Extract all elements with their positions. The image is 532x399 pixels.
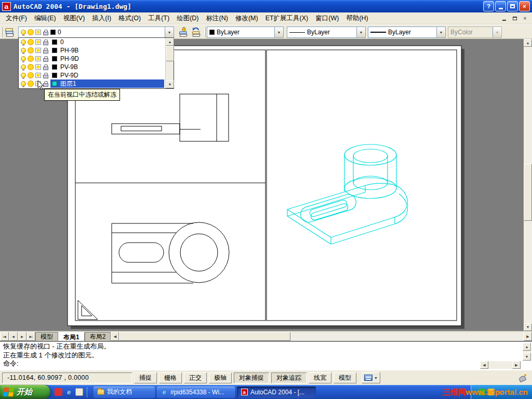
layer-list-item[interactable]: 0: [19, 38, 174, 46]
lock-icon[interactable]: [43, 58, 48, 62]
menu-item-file[interactable]: 文件(F): [2, 12, 31, 24]
quick-launch-icon-1[interactable]: [55, 388, 62, 396]
task-internet-explorer[interactable]: e #pid6354338 - Wi...: [157, 387, 235, 398]
mdi-close-button[interactable]: ×: [521, 15, 529, 22]
make-object-layer-current-button[interactable]: [177, 26, 190, 38]
status-mini-toolbar[interactable]: ▼: [362, 372, 380, 383]
layer-list-item[interactable]: PH-9B: [19, 46, 174, 55]
color-combo-arrow[interactable]: ▼: [274, 27, 283, 37]
layer-list-item[interactable]: PV-9B: [19, 63, 174, 71]
freeze-all-icon[interactable]: [28, 81, 33, 86]
linetype-combo-arrow[interactable]: ▼: [356, 27, 365, 37]
menu-item-modify[interactable]: 修改(M): [232, 12, 262, 24]
layer-combo-arrow[interactable]: ▼: [165, 27, 174, 37]
menu-item-express-tools[interactable]: ET扩展工具(X): [262, 12, 312, 24]
show-desktop-icon[interactable]: [75, 388, 83, 396]
toolbar-grip[interactable]: [204, 27, 206, 37]
lineweight-combo[interactable]: ByLayer ▼: [368, 26, 446, 38]
mdi-minimize-button[interactable]: [500, 15, 509, 22]
freeze-viewport-icon[interactable]: [35, 56, 41, 61]
lineweight-toggle[interactable]: 线宽: [309, 373, 331, 383]
freeze-all-icon[interactable]: [28, 48, 33, 53]
layer-on-icon[interactable]: [21, 73, 26, 78]
scroll-left-button[interactable]: ◀: [480, 361, 488, 369]
lock-icon[interactable]: [43, 75, 48, 78]
lineweight-combo-arrow[interactable]: ▼: [436, 27, 445, 37]
next-tab-button[interactable]: ▶: [18, 332, 26, 341]
internet-explorer-icon[interactable]: e: [65, 388, 73, 396]
freeze-all-icon[interactable]: [28, 39, 33, 45]
menu-item-edit[interactable]: 编辑(E): [31, 12, 60, 24]
toolbar-grip[interactable]: [1, 27, 3, 37]
layer-list-item[interactable]: PH-9D: [19, 55, 174, 63]
minimize-button[interactable]: [495, 1, 506, 11]
layer-color-swatch[interactable]: [52, 64, 57, 70]
previous-tab-button[interactable]: ◀: [9, 332, 18, 341]
freeze-viewport-icon[interactable]: [35, 39, 41, 45]
menu-item-insert[interactable]: 插入(I): [88, 12, 115, 24]
layer-on-icon[interactable]: [21, 39, 26, 45]
menu-item-format[interactable]: 格式(O): [115, 12, 144, 24]
last-tab-button[interactable]: ▶|: [26, 332, 35, 341]
layer-list-item[interactable]: PV-9D: [19, 71, 174, 79]
start-button[interactable]: 开始: [0, 385, 50, 399]
drawing-horizontal-scrollbar[interactable]: ◀ ▶: [111, 332, 532, 341]
drawing-vertical-scrollbar[interactable]: ▲ ▼: [524, 39, 532, 331]
help-button[interactable]: ?: [483, 1, 494, 11]
menu-item-draw[interactable]: 绘图(D): [173, 12, 202, 24]
command-horizontal-scrollbar[interactable]: ◀ ▶: [480, 361, 521, 369]
layer-color-swatch[interactable]: [52, 39, 57, 45]
task-autocad[interactable]: a AutoCAD 2004 - [...: [237, 387, 316, 398]
freeze-all-icon[interactable]: [28, 73, 33, 78]
task-my-documents[interactable]: 我的文档: [94, 387, 155, 398]
linetype-combo[interactable]: ByLayer ▼: [287, 26, 366, 38]
layer-color-swatch[interactable]: [52, 48, 57, 53]
grid-toggle[interactable]: 栅格: [159, 373, 182, 383]
model-paper-toggle[interactable]: 模型: [334, 373, 356, 383]
osnap-toggle[interactable]: 对象捕捉: [234, 373, 269, 383]
menu-item-help[interactable]: 帮助(H): [342, 12, 371, 24]
scroll-track[interactable]: [488, 361, 512, 369]
layer-color-swatch[interactable]: [52, 73, 57, 78]
freeze-viewport-icon[interactable]: [35, 64, 41, 70]
command-window[interactable]: 恢复缓存的视口 - 正在重生成布局。 正在重生成 1 个修改过的图元。 命令: …: [0, 341, 532, 370]
maximize-button[interactable]: [507, 1, 518, 11]
layer-color-swatch[interactable]: [52, 56, 57, 61]
polar-toggle[interactable]: 极轴: [209, 373, 232, 383]
otrack-toggle[interactable]: 对象追踪: [271, 373, 307, 383]
coordinate-display[interactable]: -11.0164, 60.9097 , 0.0000: [2, 373, 132, 383]
scroll-left-button[interactable]: ◀: [111, 332, 119, 341]
scroll-right-button[interactable]: ▶: [524, 332, 532, 341]
layers-manager-button[interactable]: [4, 26, 16, 38]
scroll-up-button[interactable]: ▲: [524, 39, 532, 47]
color-combo[interactable]: ByLayer ▼: [207, 26, 284, 38]
scroll-down-button[interactable]: ▼: [166, 81, 174, 88]
communication-center-icon[interactable]: [518, 374, 527, 382]
mdi-restore-button[interactable]: [510, 15, 519, 22]
menu-item-tools[interactable]: 工具(T): [144, 12, 173, 24]
layer-on-icon[interactable]: [21, 48, 26, 53]
scroll-up-button[interactable]: ▲: [523, 343, 531, 351]
tab-layout1[interactable]: 布局1: [58, 332, 85, 341]
freeze-viewport-icon[interactable]: [35, 73, 41, 78]
tab-layout2[interactable]: 布局2: [85, 332, 111, 341]
lock-icon[interactable]: [43, 66, 48, 70]
scroll-thumb[interactable]: [524, 164, 532, 221]
ortho-toggle[interactable]: 正交: [184, 373, 207, 383]
scroll-down-button[interactable]: ▼: [524, 323, 532, 331]
layer-on-icon[interactable]: [21, 56, 26, 61]
scroll-thumb[interactable]: [119, 332, 290, 341]
scroll-thumb[interactable]: [166, 46, 174, 61]
layer-on-icon[interactable]: [21, 64, 26, 70]
scroll-down-button[interactable]: ▼: [523, 353, 531, 361]
freeze-all-icon[interactable]: [28, 56, 33, 61]
lock-icon[interactable]: [43, 42, 48, 45]
tab-model[interactable]: 模型: [35, 332, 58, 341]
freeze-all-icon[interactable]: [28, 64, 33, 70]
layer-color-swatch[interactable]: [52, 81, 57, 86]
command-prompt[interactable]: 命令:: [3, 359, 19, 368]
layer-previous-button[interactable]: [190, 26, 203, 38]
menu-item-dimension[interactable]: 标注(N): [203, 12, 232, 24]
scroll-up-button[interactable]: ▲: [166, 38, 174, 46]
close-button[interactable]: ×: [519, 1, 530, 11]
